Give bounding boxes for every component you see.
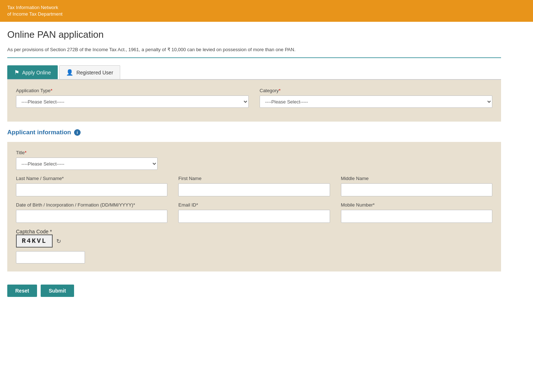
captcha-section: Captcha Code * R4KVL ↻ bbox=[16, 229, 492, 264]
application-type-select[interactable]: ----Please Select----- bbox=[16, 95, 249, 108]
middle-name-group: Middle Name bbox=[341, 176, 492, 196]
title-field-group: Title* ----Please Select----- bbox=[16, 150, 492, 170]
application-type-section: Application Type* ----Please Select-----… bbox=[7, 80, 501, 122]
title-label: Title* bbox=[16, 150, 158, 155]
last-name-group: Last Name / Surname* bbox=[16, 176, 167, 196]
apply-online-icon: ⚑ bbox=[14, 69, 19, 76]
bottom-buttons: Reset Submit bbox=[7, 279, 501, 301]
captcha-container: R4KVL ↻ bbox=[16, 234, 492, 248]
dob-input[interactable] bbox=[16, 210, 167, 223]
captcha-input[interactable] bbox=[16, 251, 85, 264]
last-name-input[interactable] bbox=[16, 183, 167, 196]
reset-button[interactable]: Reset bbox=[7, 285, 37, 297]
category-group: Category* ----Please Select----- bbox=[260, 88, 492, 108]
divider bbox=[7, 57, 501, 58]
tabs-container: ⚑ Apply Online 👤 Registered User bbox=[7, 65, 501, 80]
email-group: Email ID* bbox=[178, 202, 330, 223]
submit-button[interactable]: Submit bbox=[41, 285, 74, 297]
tab-apply-online[interactable]: ⚑ Apply Online bbox=[7, 65, 58, 79]
header-line1: Tax Information Network bbox=[7, 4, 62, 11]
tab-registered-user[interactable]: 👤 Registered User bbox=[59, 65, 120, 79]
dob-email-mobile-row: Date of Birth / Incorporation / Formatio… bbox=[16, 202, 492, 223]
last-name-label: Last Name / Surname* bbox=[16, 176, 167, 181]
dob-group: Date of Birth / Incorporation / Formatio… bbox=[16, 202, 167, 223]
application-type-label: Application Type* bbox=[16, 88, 249, 93]
title-group: Title* ----Please Select----- bbox=[16, 150, 158, 170]
dob-label: Date of Birth / Incorporation / Formatio… bbox=[16, 202, 167, 208]
name-row: Last Name / Surname* First Name Middle N… bbox=[16, 176, 492, 196]
applicant-info-title: Applicant information bbox=[7, 129, 71, 136]
first-name-group: First Name bbox=[178, 176, 330, 196]
captcha-label: Captcha Code * bbox=[16, 229, 52, 234]
tab-registered-user-label: Registered User bbox=[76, 70, 113, 75]
tab-apply-online-label: Apply Online bbox=[22, 70, 51, 75]
email-input[interactable] bbox=[178, 210, 330, 223]
captcha-refresh-icon[interactable]: ↻ bbox=[56, 238, 61, 245]
page-content: Online PAN application As per provisions… bbox=[0, 22, 508, 311]
first-name-label: First Name bbox=[178, 176, 330, 181]
middle-name-input[interactable] bbox=[341, 183, 492, 196]
mobile-label: Mobile Number* bbox=[341, 202, 492, 208]
captcha-image: R4KVL bbox=[16, 234, 53, 248]
category-label: Category* bbox=[260, 88, 492, 93]
header-title: Tax Information Network of Income Tax De… bbox=[7, 4, 62, 17]
title-select[interactable]: ----Please Select----- bbox=[16, 158, 158, 170]
info-icon[interactable]: i bbox=[74, 129, 81, 136]
middle-name-label: Middle Name bbox=[341, 176, 492, 181]
notice-text: As per provisions of Section 272B of the… bbox=[7, 47, 501, 52]
header-line2: of Income Tax Department bbox=[7, 11, 62, 17]
mobile-input[interactable] bbox=[341, 210, 492, 223]
page-title: Online PAN application bbox=[7, 29, 501, 40]
mobile-group: Mobile Number* bbox=[341, 202, 492, 223]
applicant-section: Title* ----Please Select----- Last Name … bbox=[7, 142, 501, 271]
applicant-info-header: Applicant information i bbox=[7, 129, 501, 136]
registered-user-icon: 👤 bbox=[66, 69, 73, 76]
application-type-group: Application Type* ----Please Select----- bbox=[16, 88, 249, 108]
category-select[interactable]: ----Please Select----- bbox=[260, 95, 492, 108]
email-label: Email ID* bbox=[178, 202, 330, 208]
header: Tax Information Network of Income Tax De… bbox=[0, 0, 533, 22]
app-type-category-row: Application Type* ----Please Select-----… bbox=[16, 88, 492, 108]
first-name-input[interactable] bbox=[178, 183, 330, 196]
